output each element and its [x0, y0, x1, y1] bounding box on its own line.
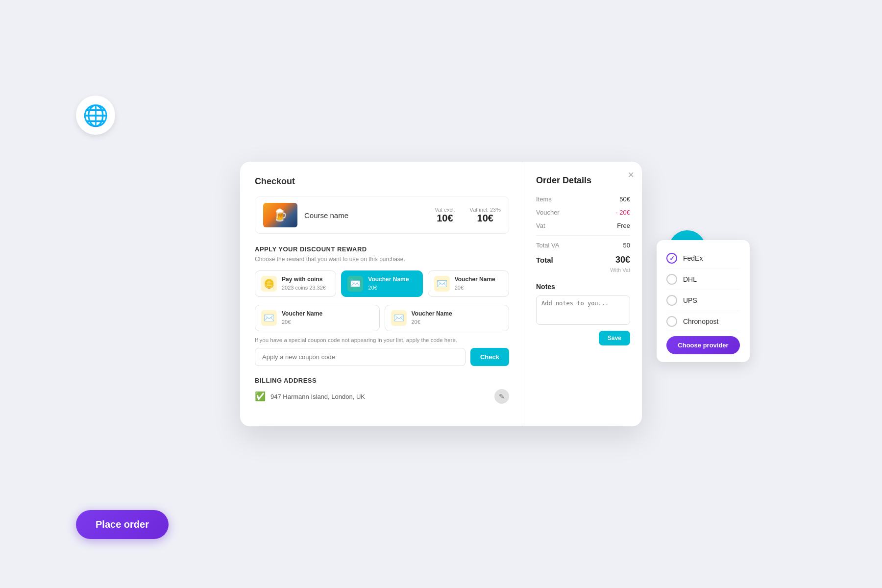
- coin-icon: 🪙: [261, 276, 277, 292]
- items-value: 50€: [619, 196, 630, 203]
- envelope-icon-2: ✉️: [434, 276, 450, 292]
- provider-dropdown: FedEx DHL UPS Chronopost Choose provider: [657, 240, 750, 362]
- billing-title: BILLING ADDRESS: [255, 377, 509, 384]
- vat-incl-value: 10€: [477, 213, 493, 223]
- voucher-1-amount: 20€: [368, 285, 377, 291]
- coupon-row: Check: [255, 348, 509, 366]
- place-order-button[interactable]: Place order: [76, 510, 169, 539]
- vat-excl-block: Vat excl. 10€: [435, 207, 455, 224]
- ups-label: UPS: [683, 296, 697, 304]
- with-vat-text: With Vat: [536, 267, 630, 273]
- total-va-label: Total VA: [536, 242, 559, 249]
- order-vat-row: Vat Free: [536, 222, 630, 229]
- order-voucher-row: Voucher - 20€: [536, 209, 630, 216]
- vat-incl-block: Vat incl. 23% 10€: [470, 207, 501, 224]
- coupon-input[interactable]: [255, 348, 466, 366]
- notes-textarea[interactable]: [536, 295, 630, 325]
- voucher-label: Voucher: [536, 209, 560, 216]
- chronopost-label: Chronopost: [683, 318, 718, 325]
- order-total-row: Total 30€: [536, 255, 630, 265]
- envelope-icon-4: ✉️: [391, 310, 407, 326]
- voucher-4-info: Voucher Name 20€: [412, 310, 503, 326]
- voucher-2[interactable]: ✉️ Voucher Name 20€: [428, 270, 509, 297]
- fedex-label: FedEx: [683, 254, 703, 262]
- voucher-3-info: Voucher Name 20€: [282, 310, 373, 326]
- voucher-4-amount: 20€: [412, 319, 420, 325]
- discount-subtitle: Choose the reward that you want to use o…: [255, 256, 509, 263]
- left-panel: Checkout Course name Vat excl. 10€ Vat i…: [240, 162, 524, 426]
- voucher-grid: 🪙 Pay with coins 2023 coins 23.32€ ✉️ Vo…: [255, 270, 509, 297]
- billing-section: BILLING ADDRESS ✅ 947 Harmann Island, Lo…: [255, 377, 509, 404]
- course-name: Course name: [304, 211, 435, 220]
- voucher-3-title: Voucher Name: [282, 310, 373, 317]
- vat-excl-value: 10€: [437, 213, 453, 223]
- voucher-1[interactable]: ✉️ Voucher Name 20€: [341, 270, 422, 297]
- notes-title: Notes: [536, 283, 630, 291]
- right-panel: × Order Details Items 50€ Voucher - 20€ …: [524, 162, 642, 426]
- dhl-label: DHL: [683, 275, 697, 283]
- fedex-radio[interactable]: [666, 253, 677, 264]
- voucher-4-title: Voucher Name: [412, 310, 503, 317]
- order-total-va-row: Total VA 50: [536, 242, 630, 249]
- close-button[interactable]: ×: [628, 170, 634, 180]
- provider-chronopost[interactable]: Chronopost: [666, 311, 740, 332]
- chronopost-radio[interactable]: [666, 316, 677, 327]
- total-va-value: 50: [623, 242, 630, 249]
- course-thumbnail: [263, 203, 297, 227]
- envelope-icon-1: ✉️: [347, 276, 363, 292]
- coupon-hint: If you have a special coupon code not ap…: [255, 337, 509, 343]
- course-item: Course name Vat excl. 10€ Vat incl. 23% …: [255, 196, 509, 234]
- voucher-coins-amount: 2023 coins 23.32€: [282, 285, 326, 291]
- discount-section: APPLY YOUR DISCOUNT REWARD Choose the re…: [255, 245, 509, 366]
- edit-address-button[interactable]: ✎: [494, 389, 509, 404]
- total-label: Total: [536, 256, 553, 264]
- provider-fedex[interactable]: FedEx: [666, 248, 740, 269]
- checkout-modal: Checkout Course name Vat excl. 10€ Vat i…: [240, 162, 642, 426]
- voucher-3-amount: 20€: [282, 319, 291, 325]
- voucher-row-2: ✉️ Voucher Name 20€ ✉️ Voucher Name 20€: [255, 305, 509, 331]
- envelope-icon-3: ✉️: [261, 310, 277, 326]
- discount-title: APPLY YOUR DISCOUNT REWARD: [255, 245, 509, 253]
- voucher-3[interactable]: ✉️ Voucher Name 20€: [255, 305, 380, 331]
- voucher-coins-info: Pay with coins 2023 coins 23.32€: [282, 276, 330, 292]
- globe-decoration: 🌐: [76, 96, 115, 135]
- coupon-check-button[interactable]: Check: [470, 348, 509, 366]
- address-check-icon: ✅: [255, 391, 266, 402]
- globe-icon: 🌐: [83, 103, 108, 127]
- vat-label: Vat: [536, 222, 545, 229]
- voucher-1-title: Voucher Name: [368, 276, 416, 283]
- voucher-2-info: Voucher Name 20€: [455, 276, 503, 292]
- total-value: 30€: [615, 255, 630, 265]
- order-divider: [536, 235, 630, 236]
- voucher-2-title: Voucher Name: [455, 276, 503, 283]
- course-pricing: Vat excl. 10€ Vat incl. 23% 10€: [435, 207, 501, 224]
- voucher-value: - 20€: [615, 209, 630, 216]
- voucher-coins-title: Pay with coins: [282, 276, 330, 283]
- choose-provider-button[interactable]: Choose provider: [666, 336, 740, 354]
- voucher-coins[interactable]: 🪙 Pay with coins 2023 coins 23.32€: [255, 270, 336, 297]
- provider-dhl[interactable]: DHL: [666, 269, 740, 290]
- address-row: ✅ 947 Harmann Island, London, UK ✎: [255, 389, 509, 404]
- provider-ups[interactable]: UPS: [666, 290, 740, 311]
- voucher-1-info: Voucher Name 20€: [368, 276, 416, 292]
- vat-value: Free: [617, 222, 630, 229]
- checkout-title: Checkout: [255, 176, 509, 187]
- dhl-radio[interactable]: [666, 274, 677, 285]
- voucher-4[interactable]: ✉️ Voucher Name 20€: [385, 305, 510, 331]
- voucher-2-amount: 20€: [455, 285, 464, 291]
- vat-excl-label: Vat excl.: [435, 207, 455, 213]
- notes-save-button[interactable]: Save: [599, 331, 630, 345]
- order-items-row: Items 50€: [536, 196, 630, 203]
- vat-incl-label: Vat incl. 23%: [470, 207, 501, 213]
- items-label: Items: [536, 196, 552, 203]
- address-text: 947 Harmann Island, London, UK: [270, 393, 490, 400]
- order-details-title: Order Details: [536, 175, 630, 186]
- ups-radio[interactable]: [666, 295, 677, 306]
